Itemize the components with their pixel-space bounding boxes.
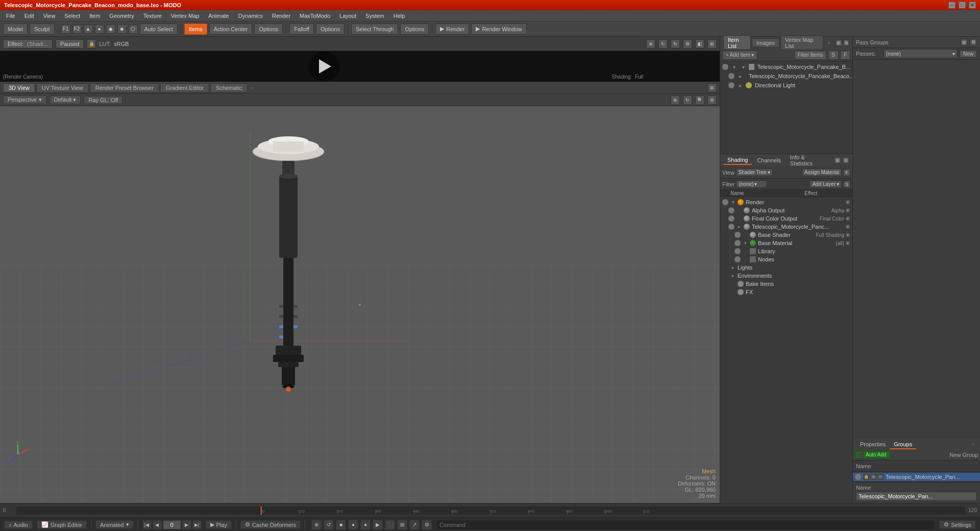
groups-content[interactable]: 🔒 👁 ✏ Telescopic_Motorcycle_Pan... <box>853 472 980 482</box>
next-key-button[interactable]: ▶| <box>192 520 202 529</box>
expand-lights[interactable]: ▸ <box>730 265 736 270</box>
menu-geometry[interactable]: Geometry <box>105 12 138 20</box>
tab-item-list[interactable]: Item List <box>723 35 751 51</box>
prev-key-button[interactable]: |◀ <box>142 520 152 529</box>
status-icon-3[interactable]: ■ <box>336 520 346 530</box>
vp-icon-2[interactable]: ↻ <box>658 39 668 49</box>
next-frame-button[interactable]: ▶ <box>182 520 191 529</box>
mode-icon-2[interactable]: ● <box>95 25 104 34</box>
expand-fx[interactable] <box>730 289 736 295</box>
menu-system[interactable]: System <box>361 12 388 20</box>
st-base-material[interactable]: ▾ Base Material (all) ▾ <box>720 239 852 247</box>
expand-icon-root-2[interactable]: ▾ <box>740 63 747 70</box>
prev-frame-button[interactable]: ◀ <box>153 520 162 529</box>
add-item-button[interactable]: + Add Item ▾ <box>722 51 757 60</box>
expand-mat[interactable]: ▾ <box>743 240 748 246</box>
menu-layout[interactable]: Layout <box>335 12 360 20</box>
close-button[interactable]: ✕ <box>969 2 976 9</box>
item-list-content[interactable]: ▾ ▾ Telescopic_Motorcycle_Pancake_B... ▸… <box>720 61 852 154</box>
status-icon-8[interactable]: ⊞ <box>397 520 407 530</box>
expand-icon-root[interactable]: ▾ <box>730 63 738 70</box>
st-fx[interactable]: FX <box>720 288 852 296</box>
status-icon-10[interactable]: ⚙ <box>422 520 432 530</box>
item-list-detach[interactable]: ⧉ <box>843 39 849 46</box>
menu-select[interactable]: Select <box>60 12 84 20</box>
menu-render[interactable]: Render <box>268 12 295 20</box>
shading-expand[interactable]: ⊞ <box>834 157 841 164</box>
menu-view[interactable]: View <box>39 12 60 20</box>
cache-deformers-button[interactable]: ⚙ Cache Deformers <box>240 520 301 529</box>
pg-detach[interactable]: ⧉ <box>970 39 977 46</box>
play-button[interactable]: ▶ Play <box>206 520 232 529</box>
mode-icon-5[interactable]: ⬡ <box>129 25 138 34</box>
expand-final[interactable] <box>737 216 742 221</box>
tab-add-icon[interactable]: + <box>251 85 254 91</box>
items-button[interactable]: Items <box>184 23 207 35</box>
falloff-button[interactable]: Falloff <box>289 23 314 35</box>
expand-env[interactable]: ▸ <box>730 273 736 278</box>
perspective-dropdown[interactable]: Perspective ▾ <box>3 95 46 104</box>
settings-button[interactable]: ⚙ Settings <box>939 520 976 529</box>
expand-tele[interactable]: ▸ <box>737 224 742 229</box>
tab-schematic[interactable]: Schematic <box>210 83 248 92</box>
menu-texture[interactable]: Texture <box>139 12 166 20</box>
f2-button[interactable]: F2 <box>72 25 82 34</box>
eye-icon-mesh[interactable] <box>728 73 734 79</box>
tab-render-preset[interactable]: Render Preset Browser <box>90 83 159 92</box>
st-bake-items[interactable]: Bake Items <box>720 280 852 288</box>
sculpt-button[interactable]: Sculpt <box>30 23 55 35</box>
passes-dropdown[interactable]: (none) ▾ <box>884 49 958 58</box>
mode-icon-4[interactable]: ■ <box>117 25 127 34</box>
filter-dropdown[interactable]: (none) ▾ <box>736 180 767 188</box>
vis-icon-alpha[interactable] <box>728 207 734 213</box>
menu-maxtomod[interactable]: MaxToModo <box>296 12 334 20</box>
list-item-light[interactable]: ▸ Directional Light <box>720 81 852 90</box>
maximize-button[interactable]: □ <box>959 2 966 9</box>
pg-expand[interactable]: ⊞ <box>961 39 968 46</box>
tab-uv-texture[interactable]: UV Texture View <box>36 83 89 92</box>
status-icon-7[interactable]: ⬛ <box>385 520 395 530</box>
status-icon-5[interactable]: ● <box>360 520 371 530</box>
play-overlay-button[interactable] <box>309 51 339 82</box>
vis-icon-nodes[interactable] <box>734 256 741 262</box>
tab-vertex-map[interactable]: Vertex Map List <box>780 35 823 51</box>
vp-top-icon-1[interactable]: ⊕ <box>671 95 680 105</box>
grp-eye-tele[interactable] <box>855 474 861 480</box>
grp-edit-icon[interactable]: ✏ <box>877 474 884 480</box>
st-library[interactable]: Library <box>720 247 852 255</box>
group-item-tele[interactable]: 🔒 👁 ✏ Telescopic_Motorcycle_Pan... <box>853 473 980 481</box>
item-list-tab-add[interactable]: + <box>824 39 834 47</box>
mode-icon-3[interactable]: ◆ <box>106 25 115 34</box>
shading-detach[interactable]: ⧉ <box>842 157 849 164</box>
status-icon-4[interactable]: ● <box>348 520 358 530</box>
menu-help[interactable]: Help <box>389 12 409 20</box>
auto-select-button[interactable]: Auto Select <box>140 23 178 35</box>
effect-dropdown[interactable]: Effect: (Shadi... <box>3 39 53 49</box>
paused-button[interactable]: Paused <box>56 39 84 49</box>
status-icon-1[interactable]: ⊕ <box>311 520 322 530</box>
command-input[interactable]: Command <box>436 520 935 530</box>
vp-icon-5[interactable]: ◧ <box>695 39 704 49</box>
tab-3d-view[interactable]: 3D View <box>3 83 35 92</box>
vp-icon-6[interactable]: ⊞ <box>707 39 717 49</box>
vis-icon-mat[interactable] <box>734 240 741 246</box>
status-icon-9[interactable]: ↗ <box>409 520 420 530</box>
menu-edit[interactable]: Edit <box>20 12 38 20</box>
st-telescopic[interactable]: ▸ Telescopic_Motorcycle_Panc... ▾ <box>720 223 852 231</box>
menu-item[interactable]: Item <box>85 12 104 20</box>
tab-images[interactable]: Images <box>752 38 779 47</box>
vis-icon-tele[interactable] <box>728 224 734 230</box>
menu-dynamics[interactable]: Dynamics <box>234 12 267 20</box>
graph-editor-button[interactable]: 📈 Graph Editor <box>37 520 87 529</box>
mode-icon-1[interactable]: ▲ <box>84 25 93 34</box>
vp-tab-expand[interactable]: ⊞ <box>707 83 717 92</box>
render-button[interactable]: ▶ Render <box>435 23 469 35</box>
assign-material-f-btn[interactable]: F <box>843 169 850 176</box>
expand-alpha[interactable] <box>737 208 742 213</box>
options2-button[interactable]: Options <box>316 23 345 35</box>
render-window-button[interactable]: ▶ Render Window <box>471 23 526 35</box>
select-through-button[interactable]: Select Through <box>351 23 398 35</box>
tab-gradient-editor[interactable]: Gradient Editor <box>160 83 209 92</box>
grp-lock-icon[interactable]: 🔒 <box>863 474 869 480</box>
add-layer-s-btn[interactable]: S <box>843 181 850 188</box>
